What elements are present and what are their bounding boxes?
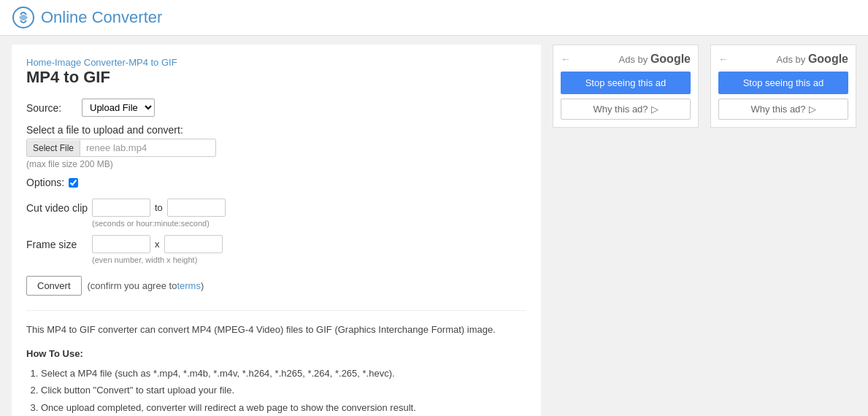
how-to-title: How To Use: — [26, 348, 526, 359]
list-item: Once upload completed, converter will re… — [41, 399, 526, 416]
ads-by-google-left: Ads by Google — [619, 53, 691, 66]
cut-to-label: to — [155, 202, 163, 213]
ad-box-left: ← Ads by Google Stop seeing this ad Why … — [553, 45, 699, 128]
file-size-hint: (max file size 200 MB) — [26, 159, 526, 169]
cut-video-row: Cut video clip to (seconds or hour:minut… — [26, 199, 526, 228]
logo-text: Online Converter — [41, 8, 162, 27]
cut-inputs-inline: to — [92, 199, 226, 217]
options-label: Options: — [26, 177, 64, 188]
source-row: Source: Upload File — [26, 99, 526, 117]
source-label: Source: — [26, 102, 77, 114]
page-wrapper: Online Converter Home-Image Converter-MP… — [0, 0, 868, 416]
breadcrumb[interactable]: Home-Image Converter-MP4 to GIF — [26, 57, 177, 68]
page-title: MP4 to GIF — [26, 68, 526, 87]
options-row: Options: — [26, 177, 526, 188]
ad-back-arrow-left[interactable]: ← — [561, 53, 571, 65]
file-upload-label: Select a file to upload and convert: — [26, 124, 526, 136]
how-to-list: Select a MP4 file (such as *.mp4, *.m4b,… — [26, 365, 526, 416]
terms-link[interactable]: terms — [177, 280, 201, 291]
header: Online Converter — [0, 0, 868, 36]
cut-video-label: Cut video clip — [26, 199, 92, 214]
cut-start-input[interactable] — [92, 199, 150, 217]
ad-back-arrow-right[interactable]: ← — [718, 53, 729, 65]
convert-button[interactable]: Convert — [26, 276, 82, 296]
frame-height-input[interactable] — [164, 235, 223, 253]
description-text: This MP4 to GIF converter can convert MP… — [26, 310, 526, 338]
file-upload-section: Select a file to upload and convert: Sel… — [26, 124, 526, 169]
stop-ad-button-left[interactable]: Stop seeing this ad — [561, 72, 691, 94]
ad-column-right: ← Ads by Google Stop seeing this ad Why … — [710, 45, 856, 416]
ad-header-right: ← Ads by Google — [718, 53, 848, 66]
frame-x-label: x — [155, 239, 160, 250]
cut-end-input[interactable] — [167, 199, 226, 217]
list-item: Click button "Convert" to start upload y… — [41, 382, 526, 398]
why-ad-button-right[interactable]: Why this ad? ▷ — [718, 99, 848, 120]
main-content: Home-Image Converter-MP4 to GIF MP4 to G… — [12, 45, 541, 416]
content-area: Home-Image Converter-MP4 to GIF MP4 to G… — [0, 36, 868, 416]
options-checkbox[interactable] — [69, 178, 78, 188]
logo-icon — [12, 6, 35, 29]
list-item: Select a MP4 file (such as *.mp4, *.m4b,… — [41, 365, 526, 382]
file-input-wrapper: Select File renee lab.mp4 — [26, 139, 216, 157]
frame-width-input[interactable] — [92, 235, 150, 253]
source-select[interactable]: Upload File — [82, 99, 155, 117]
select-file-button[interactable]: Select File — [27, 140, 80, 156]
frame-inputs-inline: x — [92, 235, 223, 253]
stop-ad-button-right[interactable]: Stop seeing this ad — [718, 72, 848, 94]
confirm-text: (confirm you agree toterms) — [88, 280, 204, 291]
frame-size-label: Frame size — [26, 235, 92, 250]
frame-hint: (even number, width x height) — [92, 255, 223, 264]
file-name-display: renee lab.mp4 — [80, 139, 215, 156]
ad-header-left: ← Ads by Google — [561, 53, 691, 66]
why-ad-button-left[interactable]: Why this ad? ▷ — [561, 99, 691, 120]
frame-size-row: Frame size x (even number, width x heigh… — [26, 235, 526, 264]
ad-column-left: ← Ads by Google Stop seeing this ad Why … — [553, 45, 699, 416]
ads-by-google-right: Ads by Google — [777, 53, 848, 66]
cut-hint: (seconds or hour:minute:second) — [92, 219, 226, 228]
frame-size-inputs: x (even number, width x height) — [92, 235, 223, 264]
ad-box-right: ← Ads by Google Stop seeing this ad Why … — [710, 45, 856, 128]
convert-row: Convert (confirm you agree toterms) — [26, 276, 526, 296]
cut-video-inputs: to (seconds or hour:minute:second) — [92, 199, 226, 228]
